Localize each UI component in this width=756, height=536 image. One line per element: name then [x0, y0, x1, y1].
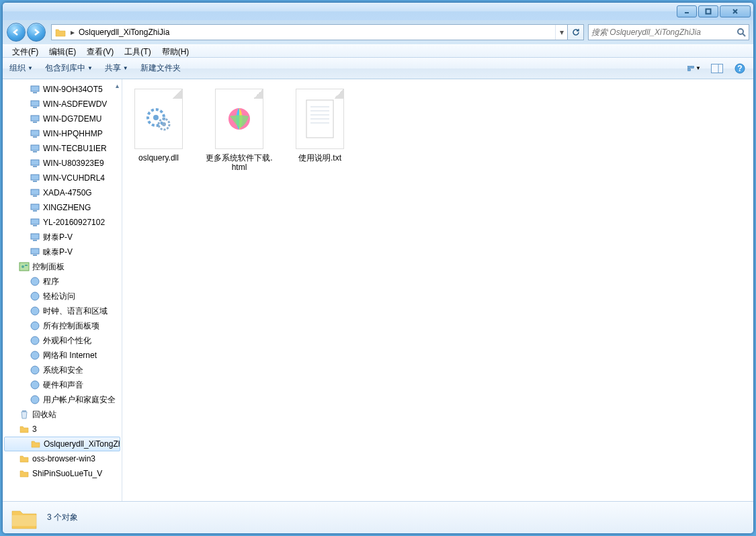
- computer-icon: [30, 232, 40, 242]
- breadcrumb-segment[interactable]: Oslquerydll_XiTongZhiJia: [76, 25, 172, 40]
- help-button[interactable]: ?: [733, 62, 747, 75]
- navigation-pane[interactable]: ▴ WIN-9OH34OT5WIN-ASDFEWDVWIN-DG7DEMUWIN…: [3, 79, 122, 501]
- sidebar-item-label: 外观和个性化: [43, 335, 91, 347]
- svg-rect-33: [31, 234, 39, 239]
- sidebar-item-label: WIN-VCUHDRL4: [43, 173, 105, 183]
- svg-rect-29: [31, 204, 39, 210]
- sidebar-item[interactable]: XADA-4750G: [3, 185, 122, 200]
- menu-tools[interactable]: 工具(T): [119, 45, 156, 57]
- nav-back-button[interactable]: [7, 23, 26, 42]
- menu-view[interactable]: 查看(V): [81, 45, 119, 57]
- sidebar-item[interactable]: WIN-ASDFEWDV: [3, 97, 122, 111]
- svg-text:?: ?: [737, 64, 742, 73]
- sidebar-item[interactable]: 网络和 Internet: [3, 348, 122, 363]
- sidebar-item-label: 网络和 Internet: [43, 350, 97, 361]
- file-name-label: 使用说明.txt: [286, 153, 353, 163]
- sidebar-item[interactable]: 时钟、语言和区域: [3, 304, 122, 318]
- search-input[interactable]: [591, 28, 737, 37]
- sidebar-item[interactable]: WIN-U803923E9: [3, 156, 122, 171]
- computer-icon: [30, 128, 40, 139]
- sidebar-item-label: 控制面板: [32, 261, 65, 273]
- sidebar-item[interactable]: 外观和个性化: [3, 333, 122, 348]
- sidebar-item[interactable]: WIN-TECBU1IER: [3, 141, 122, 156]
- sidebar-item-label: WIN-DG7DEMU: [43, 114, 101, 124]
- view-mode-button[interactable]: ▼: [687, 62, 701, 75]
- refresh-button[interactable]: [567, 25, 583, 40]
- maximize-button[interactable]: [698, 5, 718, 17]
- svg-rect-26: [33, 181, 37, 182]
- sidebar-item[interactable]: WIN-HPQHHMP: [3, 126, 122, 141]
- svg-rect-15: [31, 101, 39, 106]
- item-icon: [30, 379, 40, 390]
- file-name-label: oslquery.dll: [125, 153, 192, 163]
- toolbar-organize[interactable]: 组织▼: [9, 62, 33, 74]
- sidebar-item[interactable]: WIN-DG7DEMU: [3, 111, 122, 126]
- svg-rect-8: [688, 69, 691, 71]
- minimize-button[interactable]: [677, 5, 697, 17]
- sidebar-item[interactable]: oss-browser-win3: [3, 451, 122, 466]
- sidebar-item[interactable]: WIN-9OH34OT5: [3, 82, 122, 97]
- search-box[interactable]: [588, 24, 749, 40]
- toolbar-include-library[interactable]: 包含到库中▼: [45, 62, 93, 74]
- svg-point-45: [31, 351, 39, 359]
- sidebar-item[interactable]: 回收站: [3, 407, 122, 422]
- sidebar-item-label: XINGZHENG: [43, 203, 91, 212]
- file-item[interactable]: 使用说明.txt: [286, 89, 353, 172]
- sidebar-item[interactable]: 3: [3, 422, 122, 437]
- file-name-label: 更多系统软件下载.html: [206, 153, 273, 172]
- preview-pane-button[interactable]: [710, 62, 724, 75]
- svg-rect-49: [22, 410, 26, 412]
- sidebar-item[interactable]: 用户帐户和家庭安全: [3, 392, 122, 407]
- sidebar-item[interactable]: 财泰P-V: [3, 230, 122, 244]
- sidebar-item[interactable]: 系统和安全: [3, 363, 122, 377]
- folder-icon: [30, 439, 41, 449]
- sidebar-item[interactable]: 轻松访问: [3, 289, 122, 304]
- sidebar-item-label: oss-browser-win3: [32, 454, 95, 463]
- menu-help[interactable]: 帮助(H): [157, 45, 195, 57]
- computer-icon: [30, 114, 40, 124]
- svg-rect-22: [33, 151, 37, 152]
- close-button[interactable]: [720, 5, 751, 17]
- sidebar-item-label: WIN-HPQHHMP: [43, 129, 103, 138]
- svg-rect-24: [33, 166, 37, 167]
- sidebar-item[interactable]: ShiPinSuoLueTu_V: [3, 466, 122, 481]
- sidebar-item[interactable]: 硬件和声音: [3, 377, 122, 392]
- sidebar-item[interactable]: 所有控制面板项: [3, 318, 122, 333]
- computer-icon: [30, 173, 40, 183]
- svg-rect-36: [33, 255, 37, 256]
- nav-forward-button[interactable]: [27, 23, 46, 42]
- chevron-right-icon[interactable]: ▸: [69, 28, 76, 37]
- computer-icon: [30, 158, 40, 169]
- svg-rect-32: [33, 225, 37, 226]
- sidebar-item[interactable]: 睐泰P-V: [3, 244, 122, 259]
- file-list-view[interactable]: oslquery.dll更多系统软件下载.html使用说明.txt: [122, 79, 753, 501]
- toolbar-new-folder[interactable]: 新建文件夹: [140, 62, 181, 74]
- file-item[interactable]: oslquery.dll: [125, 89, 192, 172]
- svg-rect-18: [33, 122, 37, 123]
- sidebar-item[interactable]: YL-20160927102: [3, 215, 122, 230]
- scroll-up-indicator[interactable]: ▴: [116, 82, 119, 89]
- computer-icon: [30, 84, 40, 95]
- sidebar-item[interactable]: 程序: [3, 274, 122, 289]
- svg-rect-9: [712, 64, 723, 73]
- computer-icon: [30, 247, 40, 257]
- svg-point-48: [31, 396, 39, 404]
- menu-edit[interactable]: 编辑(E): [44, 45, 81, 57]
- sidebar-item[interactable]: Oslquerydll_XiTongZhiJia: [4, 437, 120, 451]
- sidebar-item-label: WIN-TECBU1IER: [43, 144, 107, 153]
- item-icon: [30, 320, 40, 331]
- svg-rect-23: [31, 160, 39, 165]
- sidebar-item-label: WIN-U803923E9: [43, 159, 104, 168]
- address-bar[interactable]: ▸ Oslquerydll_XiTongZhiJia ▾: [51, 24, 584, 40]
- svg-rect-13: [31, 86, 39, 91]
- toolbar-share[interactable]: 共享▼: [105, 62, 128, 74]
- menu-file[interactable]: 文件(F): [7, 45, 44, 57]
- sidebar-item[interactable]: WIN-VCUHDRL4: [3, 171, 122, 185]
- address-dropdown-button[interactable]: ▾: [555, 25, 567, 40]
- sidebar-item[interactable]: 控制面板: [3, 259, 122, 274]
- sidebar-item[interactable]: XINGZHENG: [3, 200, 122, 215]
- item-icon: [30, 365, 40, 375]
- folder-icon: [54, 26, 67, 38]
- sidebar-item-label: 财泰P-V: [43, 232, 73, 243]
- file-item[interactable]: 更多系统软件下载.html: [206, 89, 273, 172]
